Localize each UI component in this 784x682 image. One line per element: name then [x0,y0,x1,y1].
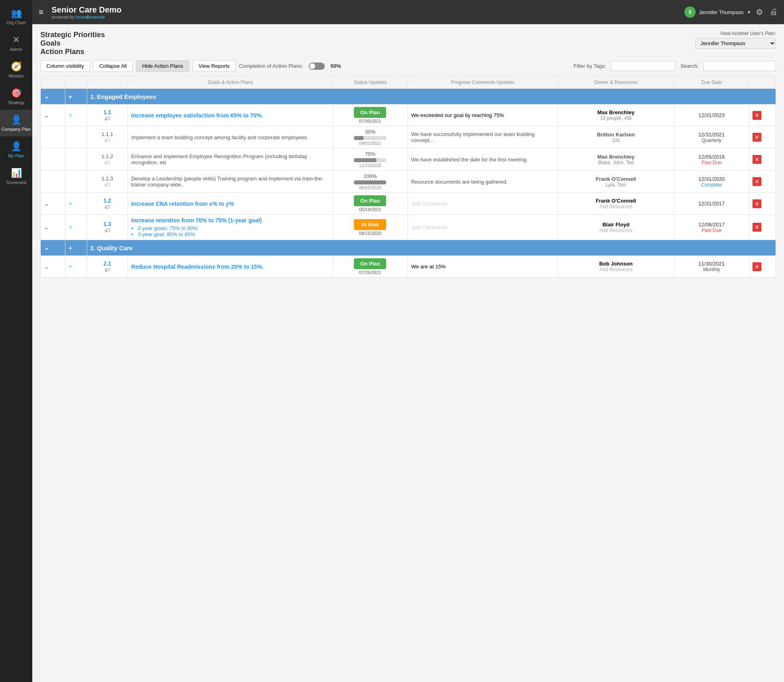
progress-fill [354,180,386,184]
goal-expand-button[interactable]: ⌄ [44,264,49,270]
powered-by: powered by focus&execute [52,15,679,19]
progress-bar [354,158,386,162]
tag-icon: 🏷 [105,267,110,273]
hide-action-plans-button[interactable]: Hide Action Plans [136,60,189,72]
goal-expand-cell: ⌄ [41,256,65,278]
goal-expand-button[interactable]: ⌄ [44,224,49,230]
user-dropdown-arrow: ▼ [747,10,751,15]
page-title-3: Action Plans [40,48,105,56]
settings-icon[interactable]: ⚙ [756,7,763,17]
progress-comment: We exceeded our goal by reaching 75% [411,112,504,118]
filter-tags-input[interactable] [611,61,675,71]
page-titles: Strategic Priorities Goals Action Plans [40,31,105,56]
action-status-date: 08/15/2020 [336,185,404,190]
delete-button[interactable]: ✕ [753,111,761,120]
sidebar-item-label: Admin [10,47,22,52]
section-toggle[interactable]: ⌄ [44,93,49,100]
collapse-all-button[interactable]: Collapse All [93,60,133,72]
goal-add-button[interactable]: + [69,112,72,119]
org-chart-icon: 👥 [11,8,22,19]
col-number [87,76,128,89]
delete-button[interactable]: ✕ [753,133,761,142]
section-add-cell: + [65,240,87,256]
sidebar-item-company-plan[interactable]: 👤 Company Plan [0,110,32,136]
goal-add-button[interactable]: + [69,263,72,270]
goal-owner-cell: Bob Johnson Add Resources [558,256,674,278]
toolbar-left: Column visibility Collapse All Hide Acti… [40,60,341,72]
app-header: ≡ Senior Care Demo powered by focus&exec… [32,0,784,24]
tag-icon: 🏷 [105,227,110,234]
action-expand-cell [41,149,65,171]
goal-add-cell: + [65,193,87,215]
sidebar-item-my-plan[interactable]: 👤 My Plan [0,136,32,163]
add-resources[interactable]: Add Resources [561,228,671,233]
action-owner-cell: Max Brenchley Blake, John, Ted [558,149,674,171]
add-comments[interactable]: Add Comments [411,201,447,207]
goal-text: Reduce Hospital Readmissions from 20% to… [131,264,263,270]
completion-label: Completion of Action Plans: [239,63,303,69]
printer-icon[interactable]: 🖨 [769,7,778,17]
section-add-button[interactable]: + [69,245,72,251]
due-date: 12/08/2017 Past Due [677,222,746,233]
completion-toggle[interactable] [309,63,325,70]
goal-row: ⌄ + 2.1🏷 Reduce Hospital Readmissions fr… [41,256,776,278]
goal-expand-button[interactable]: ⌄ [44,201,49,207]
goal-add-button[interactable]: + [69,200,72,207]
goal-bullet: 3-year goal: 80% to 85% [138,231,329,237]
due-date: 12/31/2021 Quarterly [677,132,746,143]
section-toggle[interactable]: ⌄ [44,244,49,251]
add-resources[interactable]: Add Resources [561,267,671,272]
search-input[interactable] [703,61,776,71]
goal-expand-button[interactable]: ⌄ [44,112,49,119]
action-due-cell: 12/05/2018 Past Due [674,149,749,171]
goal-status-cell: On Plan 05/19/2021 [332,193,408,215]
goal-text-cell: Increase retention from 70% to 75% (1-ye… [128,215,333,240]
frequency-label: Quarterly [677,138,746,143]
action-delete-cell: ✕ [749,126,776,149]
col-owner: Owner & Resources [558,76,674,89]
goal-add-cell: + [65,215,87,240]
action-expand-cell [41,171,65,193]
user-plan-select[interactable]: Jennifer Thompson [695,38,776,49]
sidebar-item-admin[interactable]: ✕ Admin [0,30,32,56]
menu-button[interactable]: ≡ [39,8,44,17]
action-owner-cell: Britton Karlsen 10k [558,126,674,149]
sidebar-item-scorecard[interactable]: 📊 Scorecard [0,163,32,190]
goal-add-button[interactable]: + [69,224,72,231]
goal-delete-cell: ✕ [749,215,776,240]
sidebar: 👥 Org Chart ✕ Admin 🧭 Mission 🎯 Strategy… [0,0,32,682]
user-menu[interactable]: 5 Jennifer Thompson ▼ [684,6,751,18]
action-row: 1.1.2🏷 Enhance and implement Employee Re… [41,149,776,171]
sidebar-item-mission[interactable]: 🧭 Mission [0,56,32,83]
add-comments[interactable]: Add Comments [411,224,447,230]
action-due-cell: 12/31/2021 Quarterly [674,126,749,149]
add-resources[interactable]: Add Resources [561,204,671,209]
tag-icon: 🏷 [105,182,110,188]
page-title-2: Goals [40,39,105,48]
action-progress-cell: We have successfully implemented our tea… [408,126,558,149]
sidebar-item-org-chart[interactable]: 👥 Org Chart [0,3,32,30]
view-reports-button[interactable]: View Reports [192,60,236,72]
main-table: Goals & Action Plans Status Updates Prog… [40,76,776,278]
goal-due-cell: 12/31/2023 [674,105,749,126]
toolbar-right: Filter by Tags: Search: [574,61,776,71]
goal-text: Increase CNA retention from x% to y% [131,201,234,207]
delete-button[interactable]: ✕ [753,177,761,186]
goal-status-cell: On Plan 07/26/2021 [332,256,408,278]
delete-button[interactable]: ✕ [753,223,761,232]
delete-button[interactable]: ✕ [753,155,761,164]
sidebar-item-label: Mission [8,73,23,78]
goal-add-cell: + [65,105,87,126]
section-title: 1. Engaged Employees [90,93,156,100]
sidebar-item-strategy[interactable]: 🎯 Strategy [0,83,32,110]
section-row: ⌄ + 2. Quality Care [41,240,776,256]
goal-due-cell: 12/08/2017 Past Due [674,215,749,240]
column-visibility-button[interactable]: Column visibility [40,60,90,72]
action-text-cell: Develop a Leadership (people skills) Tra… [128,171,333,193]
section-add-button[interactable]: + [69,93,72,100]
company-plan-icon: 👤 [11,115,22,125]
action-row: 1.1.3🏷 Develop a Leadership (people skil… [41,171,776,193]
delete-button[interactable]: ✕ [753,262,761,271]
progress-bar [354,136,386,140]
delete-button[interactable]: ✕ [753,199,761,208]
